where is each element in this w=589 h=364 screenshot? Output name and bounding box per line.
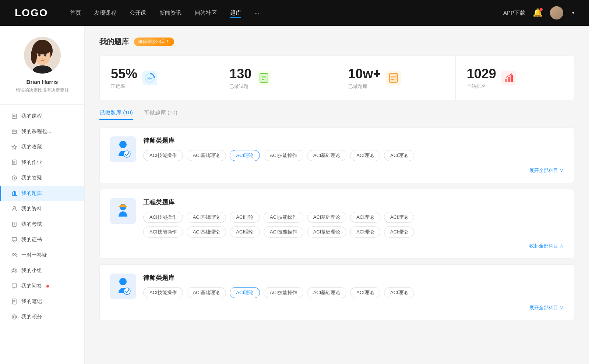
- qbank-tag[interactable]: ACI基础理论: [187, 226, 226, 238]
- exercises-icon: [257, 71, 271, 85]
- sidebar-label-group: 我的小组: [21, 267, 42, 274]
- svg-point-37: [13, 254, 14, 256]
- tab-done[interactable]: 已做题库 (10): [99, 109, 133, 120]
- qbank-tag[interactable]: ACI理论: [384, 212, 414, 223]
- banks-icon: [386, 71, 401, 85]
- star-icon: [11, 144, 18, 150]
- sidebar-item-group[interactable]: 我的小组: [0, 263, 84, 278]
- notes-icon: [11, 298, 18, 305]
- qbank-tag[interactable]: ACI技能操作: [264, 212, 303, 223]
- sidebar-item-notes[interactable]: 我的笔记: [0, 294, 84, 309]
- sidebar-item-favorites[interactable]: 我的收藏: [0, 139, 84, 155]
- stat-exercises-label: 已做试题: [229, 83, 251, 90]
- svg-rect-27: [15, 192, 17, 195]
- qbank-card-1-header: 律师类题库 ACI技能操作 ACI基础理论 ACI理论 ACI技能操作 ACI基…: [110, 136, 564, 162]
- qbank-tag[interactable]: ACI技能操作: [143, 226, 183, 238]
- qbank-tag[interactable]: ACI理论: [230, 226, 260, 238]
- sidebar-item-courses[interactable]: 我的课程: [0, 108, 84, 124]
- svg-rect-10: [12, 114, 17, 118]
- tab-available[interactable]: 可做题库 (10): [144, 109, 177, 120]
- sidebar-label-qa-mine: 我的答疑: [21, 175, 42, 181]
- sidebar-item-points[interactable]: 我的积分: [0, 309, 84, 325]
- qbank-tag[interactable]: ACI基础理论: [307, 212, 347, 223]
- qbank-tag[interactable]: ACI基础理论: [187, 287, 226, 298]
- qbank-card-2-icon: [110, 198, 136, 224]
- main-content: 我的题库 体验剩余23天！ 55% 正确率 55%: [85, 26, 589, 364]
- sidebar-item-questions[interactable]: 我的问答: [0, 278, 84, 294]
- qbank-tag-active[interactable]: ACI理论: [230, 150, 260, 161]
- qbank-tag[interactable]: ACI理论: [350, 287, 380, 298]
- sidebar-item-one-on-one[interactable]: 一对一答疑: [0, 247, 84, 263]
- logo[interactable]: LOGO: [15, 7, 48, 19]
- qbank-card-3: 律师类题库 ACI技能操作 ACI基础理论 ACI理论 ACI技能操作 ACI基…: [99, 264, 574, 320]
- stat-banks-label: 已做题库: [348, 83, 381, 90]
- qbank-tag[interactable]: ACI理论: [384, 287, 414, 298]
- qbank-tag[interactable]: ACI理论: [384, 150, 414, 161]
- sidebar: Brian Harris 错误的决定比没有决定要好 我的课程 我的课程包...: [0, 26, 85, 364]
- nav-open-course[interactable]: 公开课: [130, 8, 146, 18]
- qbank-tag[interactable]: ACI技能操作: [143, 287, 183, 298]
- qbank-tag[interactable]: ACI基础理论: [187, 212, 226, 223]
- qbank-card-3-info: 律师类题库 ACI技能操作 ACI基础理论 ACI理论 ACI技能操作 ACI基…: [143, 274, 564, 298]
- stat-banks-value: 10w+: [348, 66, 381, 82]
- svg-point-70: [119, 278, 127, 285]
- homework-icon: [11, 159, 18, 166]
- qbank-card-2-footer: 收起全部科目 ∧: [110, 243, 564, 249]
- sidebar-label-points: 我的积分: [21, 314, 42, 320]
- nav-home[interactable]: 首页: [70, 8, 81, 18]
- sidebar-label-favorites: 我的收藏: [21, 144, 42, 150]
- nav-bank[interactable]: 题库: [230, 8, 241, 18]
- notification-bell[interactable]: 🔔: [533, 8, 543, 18]
- one-on-one-icon: [11, 252, 18, 258]
- sidebar-label-questions: 我的问答: [21, 283, 42, 289]
- sidebar-item-exam[interactable]: 我的考试: [0, 217, 84, 232]
- sidebar-item-packages[interactable]: 我的课程包...: [0, 124, 84, 139]
- app-download-button[interactable]: APP下载: [503, 10, 525, 17]
- user-dropdown-arrow[interactable]: ▾: [572, 10, 574, 15]
- qbank-tag[interactable]: ACI技能操作: [264, 226, 303, 238]
- qa-icon: [11, 283, 18, 289]
- qbank-tag[interactable]: ACI技能操作: [264, 287, 303, 298]
- qbank-tag[interactable]: ACI理论: [350, 150, 380, 161]
- nav-more[interactable]: ···: [254, 8, 259, 18]
- nav-discover[interactable]: 发现课程: [94, 8, 116, 18]
- qbank-tag[interactable]: ACI基础理论: [307, 150, 347, 161]
- profile-icon: [11, 206, 18, 212]
- qbank-expand-button-2[interactable]: 收起全部科目 ∧: [529, 243, 564, 249]
- sidebar-item-qa-mine[interactable]: ? 我的答疑: [0, 170, 84, 186]
- svg-point-66: [119, 141, 127, 148]
- user-avatar-nav[interactable]: [550, 6, 563, 19]
- qbank-expand-button-3[interactable]: 展开全部科目 ∨: [529, 304, 564, 311]
- qbank-tag[interactable]: ACI基础理论: [307, 287, 347, 298]
- package-icon: [11, 128, 18, 135]
- stat-ranking: 1029 全站排名: [456, 56, 574, 100]
- qbank-expand-button-1[interactable]: 展开全部科目 ∨: [529, 167, 564, 174]
- stat-exercises-content: 130 已做试题: [229, 66, 251, 90]
- sidebar-item-certificate[interactable]: 我的证书: [0, 232, 84, 247]
- nav-qa[interactable]: 问答社区: [195, 8, 217, 18]
- qbank-card-1-title: 律师类题库: [143, 136, 564, 145]
- qbank-tag-active[interactable]: ACI理论: [230, 287, 260, 298]
- qbank-card-1-tags: ACI技能操作 ACI基础理论 ACI理论 ACI技能操作 ACI基础理论 AC…: [143, 150, 564, 161]
- qbank-tag[interactable]: ACI技能操作: [143, 212, 183, 223]
- qbank-tag[interactable]: ACI理论: [230, 212, 260, 223]
- qbank-tag[interactable]: ACI理论: [384, 226, 414, 238]
- qbank-tag[interactable]: ACI理论: [350, 212, 380, 223]
- questions-notification-dot: [46, 285, 49, 288]
- stat-banks-content: 10w+ 已做题库: [348, 66, 381, 90]
- svg-rect-24: [12, 195, 17, 196]
- qbank-tag[interactable]: ACI技能操作: [264, 150, 303, 161]
- qbank-tag[interactable]: ACI技能操作: [143, 150, 183, 161]
- qbank-card-1-icon: [110, 136, 136, 162]
- qbank-card-2-title: 工程类题库: [143, 198, 564, 207]
- sidebar-item-qbank[interactable]: 我的题库: [0, 186, 84, 201]
- group-icon: [11, 267, 18, 274]
- qbank-tag[interactable]: ACI基础理论: [187, 150, 226, 161]
- stat-accuracy-value: 55%: [111, 66, 137, 82]
- nav-news[interactable]: 新闻资讯: [159, 8, 181, 18]
- qbank-tag[interactable]: ACI基础理论: [307, 226, 347, 238]
- trial-badge[interactable]: 体验剩余23天！: [134, 38, 174, 46]
- sidebar-item-profile[interactable]: 我的资料: [0, 201, 84, 217]
- qbank-tag[interactable]: ACI理论: [350, 226, 380, 238]
- sidebar-item-homework[interactable]: 我的作业: [0, 155, 84, 170]
